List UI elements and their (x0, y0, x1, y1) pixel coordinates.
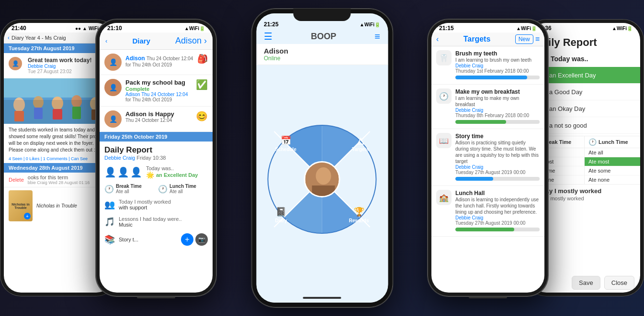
phone3-segment-diary[interactable]: 📓 Diary (275, 207, 287, 223)
phone4-target2-desc: I am learning to make my own breakfast (455, 95, 540, 108)
phone3-targets-label: Targets (352, 147, 369, 152)
phone3-circle-container: 📅 Schedule △ Targets 📓 Diary 🏆 Rewards (265, 122, 380, 237)
phone4-target1-fill (455, 76, 527, 79)
phone5-lunch-ate-none[interactable]: Ate none (585, 175, 640, 184)
phone2-lunch-label: Lunch Time (169, 184, 196, 189)
phone2-happy-title: Adison is Happy (125, 110, 192, 118)
phone2-pack-sub: for Thu 24th Oct 2019 (125, 97, 192, 102)
phone5-lunch-ate-some[interactable]: Ate some (585, 166, 640, 175)
phone3-schedule-icon: 📅 (275, 135, 296, 146)
phone3-schedule-label: Schedule (275, 147, 296, 152)
phone2-item-pack[interactable]: 👤 Pack my school bag Complete Adison Thu… (100, 75, 213, 107)
phone2-navbar: ‹ Diary Adison › (100, 33, 213, 50)
phone3-title: BOOP (311, 32, 336, 42)
phone4-target1-desc: I am learning to brush my own teeth (455, 57, 540, 63)
phone2-camera-btn[interactable]: 📷 (195, 233, 208, 246)
phone4-target3-fill (455, 177, 493, 181)
phone4-target4-date: Tuesday 27th August 2019 00:00 (455, 220, 540, 226)
phone3-diary-label: Diary (275, 218, 287, 223)
phone4-target4[interactable]: 🏫 Lunch Hall Adison is learning to indep… (431, 186, 544, 237)
phone2-home-indicator (137, 296, 175, 298)
phone5-worked-label: Today I mostly worked (535, 187, 634, 195)
phone2-lesson2-icon: 📚 (104, 234, 115, 245)
phone3-segment-rewards[interactable]: 🏆 Rewards (349, 207, 369, 223)
phone4-target1-author: Debbie Craig (455, 63, 540, 68)
svg-rect-7 (53, 109, 62, 120)
phone4-time: 21:15 (439, 25, 454, 32)
phone4-target4-icon: 🏫 (436, 190, 452, 205)
phone1-back-btn[interactable]: ‹ (8, 34, 10, 41)
phone5-lunch-ate-most[interactable]: Ate most (585, 157, 640, 166)
phone1-delete-btn[interactable]: Delete (9, 177, 24, 183)
phone2-today-label: Today was.. (146, 165, 198, 171)
phone-4: 21:15 ▲WiFi🔋 ‹ Targets New ≡ 🦷 Brush my … (428, 19, 548, 296)
phone4-target3[interactable]: 📖 Story time Adison is practicing sittin… (431, 129, 544, 186)
phone4-target2[interactable]: 🕐 Make my own breakfast I am learning to… (431, 85, 544, 129)
phone2-lunch-icon: 🕐 (158, 185, 168, 194)
phone-2: 21:10 ▲WiFi🔋 ‹ Diary Adison › 👤 Adison T… (96, 19, 216, 296)
phone2-lessons-label: Lessons I had today were.. (119, 216, 181, 222)
phone3-circle-menu: 📅 Schedule △ Targets 📓 Diary 🏆 Rewards (256, 65, 388, 293)
phone3-home-indicator (303, 297, 341, 299)
phone4-target2-fill (455, 120, 506, 124)
phone1-home-indicator (40, 296, 78, 298)
phone2-report-author-name: Debbie Craig (104, 155, 135, 161)
phone5-worked-text: Today mostly worked (535, 196, 634, 201)
phone3-segment-targets[interactable]: △ Targets (352, 135, 369, 152)
phone4-target3-progress (455, 177, 540, 181)
phone2-today-was: 👤👤👤 Today was.. 🌟 an Excellent Day (100, 163, 213, 182)
phone5-okay-label: an Okay Day (549, 105, 585, 112)
phone4-target3-icon: 📖 (436, 133, 452, 148)
phone2-time: 21:10 (107, 25, 122, 32)
phone4-target3-author: Debbie Craig (455, 164, 540, 170)
phone2-lesson1: Music (119, 222, 133, 228)
svg-rect-3 (14, 111, 24, 121)
phone2-break-value: Ate all (116, 189, 142, 194)
phone2-add-btn[interactable]: + (181, 233, 193, 246)
phone4-target3-desc: Adison is practicing sitting quietly dur… (455, 140, 540, 164)
phone1-book-cover: Nicholas in Trouble + (9, 190, 33, 221)
phone2-pack-icon: ✅ (196, 79, 208, 90)
phone4-target4-title: Lunch Hall (455, 190, 540, 196)
phone3-chat-status: Online (264, 55, 380, 62)
phone4-target4-fill (455, 228, 514, 231)
phone2-report-author: Debbie Craig Friday 10:38 (104, 155, 208, 161)
phone2-report-date: Friday 10:38 (136, 155, 166, 161)
phone4-target1[interactable]: 🦷 Brush my teeth I am learning to brush … (431, 46, 544, 85)
phone2-lessons-row: 🎵 Lessons I had today were.. Music (100, 213, 213, 230)
phone2-item1[interactable]: 👤 Adison Thu 24 October 12:04 for Thu 24… (100, 50, 213, 75)
phone4-target2-title: Make my own breakfast (455, 88, 540, 95)
svg-rect-5 (34, 108, 43, 119)
phone2-pack-badge: Complete (125, 86, 192, 92)
phone4-target4-author: Debbie Craig (455, 215, 540, 220)
phone3-center-photo (304, 161, 340, 197)
svg-point-18 (316, 167, 331, 185)
phone4-target1-icon: 🦷 (436, 50, 452, 65)
phone3-menu-left-icon[interactable]: ☰ (264, 31, 272, 42)
phone4-target3-date: Tuesday 27th August 2019 00:00 (455, 170, 540, 175)
phone1-entry3-meta: bbie Craig Wed 28 August 01:16 (28, 180, 96, 185)
phone5-excellent-label: an Excellent Day (549, 72, 596, 79)
phone4-new-btn[interactable]: New (515, 34, 533, 44)
phone3-segment-schedule[interactable]: 📅 Schedule (275, 135, 296, 152)
phone1-entry1-name: Debbie Craig (28, 64, 91, 69)
phone4-home-indicator (469, 296, 507, 298)
phone4-menu-icon[interactable]: ≡ (535, 35, 540, 44)
phone3-time: 21:25 (264, 21, 279, 28)
phone2-avatar-happy: 👤 (104, 110, 122, 128)
phone5-save-btn[interactable]: Save (572, 276, 600, 290)
phone4-target4-desc: Adison is learning to independently use … (455, 196, 540, 215)
phone1-add-icon[interactable]: + (24, 213, 31, 219)
phone1-status-bar: 21:40 ●● ▲ WiFi 🔋 (4, 23, 113, 33)
phone-3: 21:25 ▲WiFi🔋 ☰ BOOP ≡ Adison Online (251, 9, 393, 307)
phone3-rewards-label: Rewards (349, 218, 369, 223)
phone5-close-btn[interactable]: Close (604, 276, 634, 290)
phone5-lunch-ate-all[interactable]: Ate all (585, 148, 640, 157)
phone3-menu-right-icon[interactable]: ≡ (374, 31, 380, 42)
phone1-nav-title: Diary Year 4 - Ms Craig (11, 35, 110, 41)
phone2-lessons-icon: 🎵 (104, 217, 115, 227)
svg-point-6 (52, 97, 63, 110)
phone2-lesson2: Story t... (119, 237, 138, 242)
phone4-target1-progress (455, 76, 540, 79)
phone2-item-happy[interactable]: 👤 Adison is Happy Thu 24 October 12:04 😊 (100, 107, 213, 132)
